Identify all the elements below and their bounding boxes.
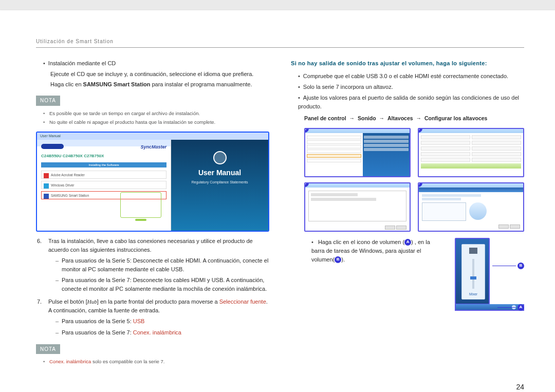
- screenshot-2: 2: [418, 128, 524, 177]
- left-column: Instalación mediante el CD Ejecute el CD…: [36, 59, 269, 371]
- callout-line-a: [497, 307, 516, 308]
- installer-row-1: Adobe Acrobat Reader: [41, 171, 166, 179]
- volume-text: Haga clic en el icono de volumen (A) , e…: [304, 238, 448, 309]
- step-6-number: 6.: [37, 237, 42, 246]
- step-6-s7: Para usuarios de la Serie 7: Desconecte …: [55, 276, 269, 293]
- cd-line2: Haga clic en SAMSUNG Smart Station para …: [50, 80, 269, 89]
- nota-tag-2: NOTA: [36, 344, 60, 354]
- volume-instruction-row: Haga clic en el icono de volumen (A) , e…: [304, 238, 524, 311]
- numbered-list: 6. Tras la instalación, lleve a cabo las…: [36, 237, 269, 337]
- screenshot-grid: 1 2 3: [304, 128, 524, 232]
- install-bar: Installing the Software: [41, 162, 166, 167]
- step-6: 6. Tras la instalación, lleve a cabo las…: [36, 237, 269, 293]
- header-title: Utilización de Smart Station: [36, 39, 114, 44]
- slider-knob: [470, 276, 476, 279]
- nota-list-2: Conex. inalámbrica solo es compatible co…: [43, 358, 269, 366]
- samsung-logo: [41, 144, 64, 149]
- badge-a-inline: A: [404, 239, 411, 246]
- volume-panel: Mixer: [455, 238, 490, 305]
- badge-b-inline: B: [335, 256, 341, 263]
- sound-troubleshoot-title: Si no hay salida de sonido tras ajustar …: [291, 59, 524, 68]
- control-panel-path: Panel de control → Sonido → Altavoces → …: [304, 114, 524, 122]
- smartstation-icon: [44, 194, 49, 199]
- step-6-s5: Para usuarios de la Serie 5: Desconecte …: [55, 256, 269, 274]
- sound-b3: Ajuste los valores para el puerto de sal…: [291, 94, 524, 111]
- monitor-outline-icon: [120, 192, 161, 218]
- syncmaster-label: SyncMaster: [140, 144, 166, 151]
- step-7: 7. Pulse el botón [Hub] en la parte fron…: [36, 297, 269, 337]
- cd-line1: Ejecute el CD que se incluye y, a contin…: [50, 70, 269, 79]
- installer-screenshot: User Manual SyncMaster C24B550U C24B750X…: [36, 132, 269, 232]
- volume-mixer: Mixer: [461, 244, 485, 300]
- screenshot-1: 1: [304, 128, 411, 177]
- step-7-number: 7.: [37, 297, 42, 306]
- user-manual-label: User Manual: [171, 167, 268, 179]
- nota2-item: Conex. inalámbrica solo es compatible co…: [43, 358, 269, 366]
- screenshot-3: 3: [304, 182, 411, 232]
- callout-line-b: [492, 266, 516, 266]
- nota1-item2: No quite el cable ni apague el producto …: [43, 119, 269, 126]
- page-number: 24: [516, 383, 524, 391]
- nota-tag-1: NOTA: [36, 96, 60, 106]
- figure-titlebar: User Manual: [37, 133, 268, 140]
- volume-figure: Mixer B A: [455, 238, 524, 311]
- driver-icon: [44, 183, 49, 189]
- step-6-text: Tras la instalación, lleve a cabo las co…: [48, 238, 253, 253]
- callout-b: B: [492, 263, 524, 269]
- step-7-sublist: Para usuarios de la Serie 5: USB Para us…: [48, 317, 269, 337]
- right-column: Si no hay salida de sonido tras ajustar …: [291, 59, 524, 371]
- badge-b: B: [517, 263, 524, 269]
- slider-track: [472, 259, 474, 289]
- sound-b2: Solo la serie 7 incorpora un altavoz.: [291, 83, 524, 91]
- page-header: Utilización de Smart Station: [36, 39, 524, 48]
- document-page: Utilización de Smart Station Instalación…: [0, 10, 555, 392]
- model-numbers: C24B550U C24B750X C27B750X: [41, 153, 166, 159]
- nota1-item1: Es posible que se tarde un tiempo en car…: [43, 110, 269, 118]
- screenshot-4: 4: [418, 182, 524, 232]
- two-column-layout: Instalación mediante el CD Ejecute el CD…: [36, 59, 524, 371]
- callout-a: A: [497, 304, 524, 311]
- sound-b1: Compruebe que el cable USB 3.0 o el cabl…: [291, 72, 524, 81]
- figure-right-panel: User Manual Regulatory Compliance Statem…: [171, 140, 268, 231]
- user-manual-icon: [213, 151, 227, 164]
- cd-install-heading: Instalación mediante el CD: [36, 59, 269, 68]
- compliance-label: Regulatory Compliance Statements: [171, 180, 268, 185]
- badge-a: A: [517, 304, 524, 311]
- step-6-sublist: Para usuarios de la Serie 5: Desconecte …: [48, 256, 269, 293]
- installer-row-2: Windows Driver: [41, 181, 166, 189]
- nota-list-1: Es posible que se tarde un tiempo en car…: [43, 110, 269, 126]
- step-7-s7: Para usuarios de la Serie 7: Conex. inal…: [55, 328, 269, 337]
- step-7-s5: Para usuarios de la Serie 5: USB: [55, 317, 269, 326]
- speaker-icon: [469, 248, 477, 254]
- mixer-label: Mixer: [462, 292, 485, 297]
- step-7-text: Pulse el botón [Hub] en la parte frontal…: [48, 298, 268, 313]
- pdf-icon: [44, 173, 49, 178]
